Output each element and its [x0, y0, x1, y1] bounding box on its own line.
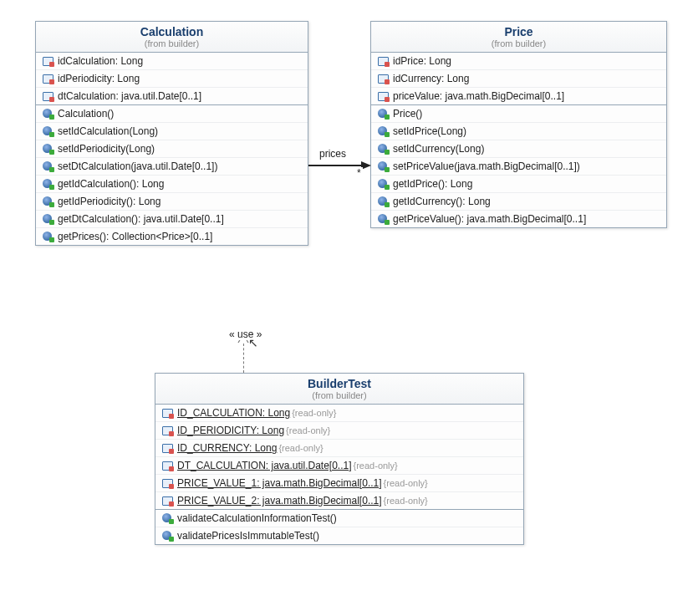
attribute-icon — [378, 56, 390, 66]
association-multiplicity-label[interactable]: * — [355, 167, 363, 179]
method-icon — [162, 531, 174, 541]
association-line[interactable] — [308, 165, 362, 166]
dependency-line[interactable] — [243, 344, 244, 373]
method-icon — [378, 214, 390, 224]
method-icon — [162, 513, 174, 523]
method-row[interactable]: getIdCalculation(): Long — [36, 176, 308, 193]
attribute-icon — [162, 461, 174, 471]
method-row[interactable]: getDtCalculation(): java.util.Date[0..1] — [36, 211, 308, 228]
class-name: Calculation — [43, 25, 301, 38]
attribute-icon — [43, 74, 54, 84]
attribute-icon — [162, 408, 174, 418]
method-icon — [378, 179, 390, 189]
method-row[interactable]: setIdCurrency(Long) — [371, 140, 666, 158]
method-icon — [43, 179, 54, 189]
attribute-icon — [378, 74, 390, 84]
arrow-head-icon — [361, 161, 371, 170]
attribute-row[interactable]: priceValue: java.math.BigDecimal[0..1] — [371, 88, 666, 104]
cursor-icon: ↖ — [248, 336, 258, 349]
method-row[interactable]: getPriceValue(): java.math.BigDecimal[0.… — [371, 211, 666, 227]
method-icon — [43, 126, 54, 136]
attribute-row[interactable]: idCalculation: Long — [36, 53, 308, 70]
class-header: Price (from builder) — [371, 22, 666, 53]
method-row[interactable]: setPriceValue(java.math.BigDecimal[0..1]… — [371, 158, 666, 176]
attribute-icon — [43, 91, 54, 101]
method-row[interactable]: getIdPeriodicity(): Long — [36, 193, 308, 211]
attribute-row[interactable]: dtCalculation: java.util.Date[0..1] — [36, 88, 308, 104]
class-header: Calculation (from builder) — [36, 22, 308, 53]
method-row[interactable]: getIdPrice(): Long — [371, 176, 666, 193]
attribute-row[interactable]: idPeriodicity: Long — [36, 70, 308, 88]
attribute-row[interactable]: ID_CURRENCY: Long{read-only} — [155, 440, 523, 457]
attributes-compartment: idPrice: Long idCurrency: Long priceValu… — [371, 53, 666, 105]
method-row[interactable]: setDtCalculation(java.util.Date[0..1]) — [36, 158, 308, 176]
attributes-compartment: idCalculation: Long idPeriodicity: Long … — [36, 53, 308, 105]
attribute-row[interactable]: DT_CALCULATION: java.util.Date[0..1]{rea… — [155, 457, 523, 475]
attribute-icon — [378, 91, 390, 101]
method-row[interactable]: setIdPrice(Long) — [371, 123, 666, 140]
attribute-row[interactable]: ID_PERIODICITY: Long{read-only} — [155, 422, 523, 440]
method-row[interactable]: validateCalculationInformationTest() — [155, 510, 523, 527]
class-name: BuilderTest — [162, 377, 517, 390]
method-row[interactable]: getIdCurrency(): Long — [371, 193, 666, 211]
methods-compartment: validateCalculationInformationTest() val… — [155, 510, 523, 544]
method-icon — [378, 161, 390, 171]
method-icon — [378, 144, 390, 154]
method-icon — [43, 232, 54, 242]
method-row[interactable]: setIdPeriodicity(Long) — [36, 140, 308, 158]
method-row[interactable]: validatePricesIsImmutableTest() — [155, 527, 523, 544]
methods-compartment: Calculation() setIdCalculation(Long) set… — [36, 105, 308, 245]
attribute-row[interactable]: PRICE_VALUE_1: java.math.BigDecimal[0..1… — [155, 475, 523, 492]
method-row[interactable]: getPrices(): Collection<Price>[0..1] — [36, 228, 308, 245]
association-role-label[interactable]: prices — [318, 148, 348, 160]
attribute-icon — [162, 496, 174, 506]
attribute-icon — [162, 425, 174, 435]
class-price[interactable]: Price (from builder) idPrice: Long idCur… — [370, 21, 667, 228]
attribute-row[interactable]: idPrice: Long — [371, 53, 666, 70]
method-icon — [378, 109, 390, 119]
class-header: BuilderTest (from builder) — [155, 374, 523, 405]
method-icon — [43, 109, 54, 119]
attributes-compartment: ID_CALCULATION: Long{read-only} ID_PERIO… — [155, 405, 523, 510]
class-package: (from builder) — [378, 38, 660, 48]
class-package: (from builder) — [162, 390, 517, 400]
attribute-row[interactable]: idCurrency: Long — [371, 70, 666, 88]
method-icon — [43, 144, 54, 154]
method-icon — [378, 126, 390, 136]
methods-compartment: Price() setIdPrice(Long) setIdCurrency(L… — [371, 105, 666, 227]
method-row[interactable]: Price() — [371, 105, 666, 123]
method-icon — [378, 196, 390, 206]
method-icon — [43, 214, 54, 224]
attribute-icon — [43, 56, 54, 66]
method-icon — [43, 161, 54, 171]
class-name: Price — [378, 25, 660, 38]
attribute-icon — [162, 443, 174, 453]
class-calculation[interactable]: Calculation (from builder) idCalculation… — [35, 21, 308, 246]
class-package: (from builder) — [43, 38, 301, 48]
attribute-row[interactable]: PRICE_VALUE_2: java.math.BigDecimal[0..1… — [155, 492, 523, 509]
attribute-icon — [162, 478, 174, 488]
method-row[interactable]: setIdCalculation(Long) — [36, 123, 308, 140]
attribute-row[interactable]: ID_CALCULATION: Long{read-only} — [155, 405, 523, 422]
method-icon — [43, 196, 54, 206]
class-buildertest[interactable]: BuilderTest (from builder) ID_CALCULATIO… — [155, 373, 524, 545]
method-row[interactable]: Calculation() — [36, 105, 308, 123]
